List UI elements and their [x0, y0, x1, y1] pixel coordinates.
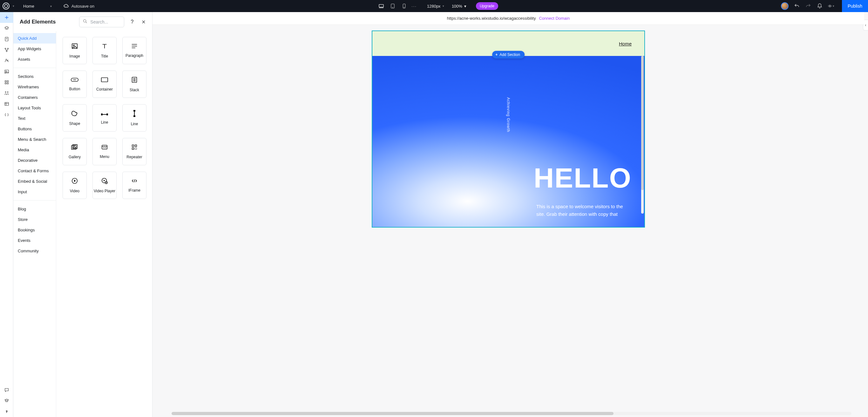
category-sections[interactable]: Sections: [13, 71, 56, 82]
element-stack[interactable]: Stack: [122, 70, 147, 98]
connect-domain-link[interactable]: Connect Domain: [539, 16, 570, 21]
category-embed-social[interactable]: Embed & Social: [13, 176, 56, 186]
hero-section[interactable]: Achieving Growth HELLO This is a space t…: [372, 56, 644, 227]
category-input[interactable]: Input: [13, 186, 56, 197]
preview-button[interactable]: ▾: [828, 3, 834, 9]
category-layout-tools[interactable]: Layout Tools: [13, 103, 56, 113]
rail-layers[interactable]: [0, 23, 13, 34]
category-contact-forms[interactable]: Contact & Forms: [13, 166, 56, 176]
element-label: Paragraph: [125, 53, 143, 58]
element-menu[interactable]: Menu: [92, 138, 117, 165]
category-text[interactable]: Text: [13, 113, 56, 124]
container-icon: [101, 77, 108, 84]
canvas-width-selector[interactable]: 1280px ▾: [427, 4, 444, 8]
element-label: Title: [101, 54, 108, 58]
svg-rect-30: [134, 110, 135, 111]
repeater-icon: [131, 144, 137, 152]
category-bookings[interactable]: Bookings: [13, 225, 56, 235]
rail-theme[interactable]: [0, 55, 13, 66]
rail-add-elements[interactable]: [0, 12, 13, 23]
element-label: Shape: [69, 121, 81, 126]
close-button[interactable]: [140, 19, 147, 25]
canvas-vertical-scrollbar[interactable]: [641, 56, 644, 214]
device-desktop-button[interactable]: [377, 2, 385, 10]
element-line[interactable]: Line: [122, 104, 147, 131]
svg-point-12: [5, 71, 6, 72]
category-media[interactable]: Media: [13, 145, 56, 155]
svg-point-3: [393, 7, 393, 8]
more-devices-button[interactable]: ···: [411, 4, 417, 8]
search-input-wrapper[interactable]: [79, 17, 124, 27]
rail-apps[interactable]: [0, 77, 13, 88]
element-title[interactable]: Title: [92, 37, 117, 64]
rail-help[interactable]: ?: [0, 406, 13, 417]
hero-heading[interactable]: HELLO: [534, 164, 631, 192]
category-assets[interactable]: Assets: [13, 54, 56, 64]
element-shape[interactable]: Shape: [63, 104, 87, 131]
category-quick-add[interactable]: Quick Add: [13, 33, 56, 43]
help-button[interactable]: ?: [129, 19, 136, 25]
page-selector[interactable]: Home ▾: [20, 3, 55, 10]
rail-site-structure[interactable]: [0, 44, 13, 55]
device-mobile-button[interactable]: [400, 2, 408, 10]
element-container[interactable]: Container: [92, 70, 117, 98]
element-gallery[interactable]: Gallery: [63, 138, 87, 165]
element-iframe[interactable]: IFrame: [122, 172, 147, 199]
category-community[interactable]: Community: [13, 246, 56, 256]
element-video[interactable]: Video: [63, 172, 87, 199]
element-video-player[interactable]: Video Player: [92, 172, 117, 199]
category-store[interactable]: Store: [13, 214, 56, 225]
app-logo[interactable]: [3, 3, 9, 9]
page-canvas[interactable]: Home + Add Section Achieving Growth HELL…: [372, 31, 645, 228]
add-section-button[interactable]: + Add Section: [492, 51, 525, 58]
button-icon: [70, 77, 79, 84]
add-section-label: Add Section: [499, 53, 520, 57]
category-menu-search[interactable]: Menu & Search: [13, 134, 56, 145]
search-icon: [83, 19, 88, 25]
undo-button[interactable]: [794, 3, 800, 9]
site-url: https://acne-works.wixstudio.io/wcagacce…: [447, 16, 536, 21]
category-decorative[interactable]: Decorative: [13, 155, 56, 166]
element-label: Line: [131, 122, 138, 126]
video-icon: [71, 177, 78, 186]
image-icon: [71, 42, 78, 51]
rail-code[interactable]: [0, 109, 13, 120]
upgrade-button[interactable]: Upgrade: [476, 2, 498, 10]
element-paragraph[interactable]: Paragraph: [122, 37, 147, 64]
vertical-text[interactable]: Achieving Growth: [506, 97, 510, 132]
svg-rect-28: [101, 114, 102, 115]
zoom-selector[interactable]: 100% ▾: [452, 4, 466, 8]
rail-learn[interactable]: [0, 395, 13, 406]
chevron-down-icon[interactable]: ▾: [13, 4, 14, 8]
canvas-horizontal-scrollbar[interactable]: [172, 412, 851, 415]
elements-grid: ImageTitleParagraphButtonContainerStackS…: [56, 31, 152, 417]
element-line[interactable]: Line: [92, 104, 117, 131]
element-label: Gallery: [69, 155, 81, 159]
category-app-widgets[interactable]: App Widgets: [13, 43, 56, 54]
category-events[interactable]: Events: [13, 235, 56, 246]
rail-pages[interactable]: [0, 34, 13, 44]
notifications-button[interactable]: [816, 3, 823, 9]
category-buttons[interactable]: Buttons: [13, 124, 56, 134]
rail-media[interactable]: [0, 66, 13, 77]
rail-business[interactable]: [0, 88, 13, 98]
svg-point-5: [404, 7, 404, 8]
rail-comments[interactable]: [0, 385, 13, 395]
publish-button[interactable]: Publish: [842, 0, 868, 12]
svg-point-24: [73, 45, 74, 46]
avatar[interactable]: [781, 2, 788, 10]
element-image[interactable]: Image: [63, 37, 87, 64]
category-blog[interactable]: Blog: [13, 204, 56, 214]
device-tablet-button[interactable]: [389, 2, 397, 10]
nav-link-home[interactable]: Home: [619, 41, 631, 47]
page-name: Home: [23, 4, 34, 8]
hero-subcopy[interactable]: This is a space to welcome visitors to t…: [536, 203, 631, 218]
svg-rect-35: [102, 145, 107, 149]
category-containers[interactable]: Containers: [13, 92, 56, 103]
search-input[interactable]: [90, 20, 121, 25]
category-wireframes[interactable]: Wireframes: [13, 82, 56, 92]
redo-button[interactable]: [805, 3, 811, 9]
element-repeater[interactable]: Repeater: [122, 138, 147, 165]
element-button[interactable]: Button: [63, 70, 87, 98]
rail-cms[interactable]: [0, 98, 13, 109]
